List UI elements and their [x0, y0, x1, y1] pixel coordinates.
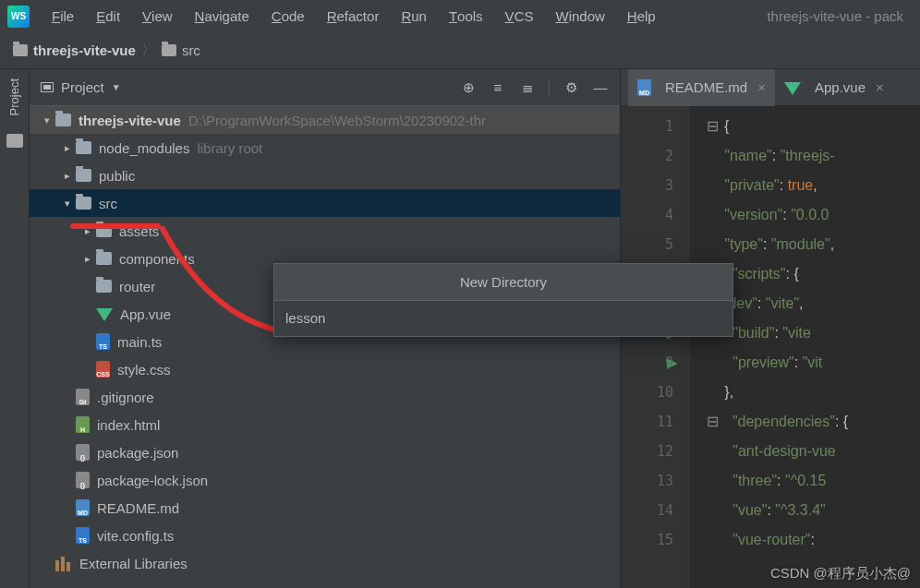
breadcrumb-path[interactable]: src — [162, 42, 200, 58]
folder-icon[interactable] — [6, 134, 23, 148]
menu-tools[interactable]: Tools — [438, 0, 494, 32]
line-number: 5 — [621, 230, 690, 259]
panel-header: Project ▼ ⊕ ≡ ≣ ⚙ — — [30, 69, 620, 106]
line-number: ▶ 9 — [621, 348, 690, 378]
tree-item-external-libraries[interactable]: External Libraries — [30, 549, 620, 577]
expand-icon[interactable]: ▸ — [59, 142, 76, 154]
menu-refactor[interactable]: Refactor — [316, 0, 391, 32]
locate-icon[interactable]: ⊕ — [460, 79, 477, 96]
fold-icon[interactable]: ⊟ — [707, 118, 719, 134]
tree-suffix: library root — [197, 140, 262, 156]
library-icon — [55, 555, 72, 571]
code-line: ⊟{ — [707, 112, 920, 141]
code-line: ⊟ "dependencies": { — [707, 407, 920, 437]
code-line: "vue": "^3.3.4" — [707, 496, 920, 525]
folder-icon — [76, 169, 91, 182]
tree-item-src[interactable]: ▾src — [30, 189, 620, 217]
tab-readme-md[interactable]: MDREADME.md× — [628, 69, 775, 106]
project-tool-tab[interactable]: Project — [7, 78, 21, 115]
expand-icon[interactable]: ▾ — [39, 114, 55, 126]
menu-run[interactable]: Run — [390, 0, 438, 32]
expand-icon[interactable]: ▸ — [79, 253, 96, 265]
line-number: 10 — [621, 378, 690, 407]
tree-item--gitignore[interactable]: GI.gitignore — [30, 383, 620, 411]
code-line: ⊟ "scripts": { — [707, 259, 920, 289]
menu-vcs[interactable]: VCS — [494, 0, 545, 32]
code-content[interactable]: ⊟{ "name": "threejs- "private": true, "v… — [690, 106, 920, 588]
editor-gutter: 123456▶ 8▶ 9101112131415 — [621, 106, 690, 588]
html-icon: H — [76, 416, 90, 433]
menu-code[interactable]: Code — [260, 0, 316, 32]
breadcrumb-project[interactable]: threejs-vite-vue — [13, 42, 136, 58]
menu-edit[interactable]: Edit — [85, 0, 131, 32]
tree-item-readme-md[interactable]: MDREADME.md — [30, 494, 620, 522]
run-gutter-icon[interactable]: ▶ — [667, 354, 678, 371]
tree-item-node-modules[interactable]: ▸node_moduleslibrary root — [30, 134, 620, 162]
dialog-input[interactable]: lesson — [274, 301, 732, 336]
json-icon: {} — [76, 472, 90, 488]
tree-label: index.html — [97, 417, 160, 433]
line-number: 15 — [621, 525, 690, 555]
tab-label: App.vue — [815, 79, 866, 95]
folder-icon — [96, 252, 112, 265]
code-line: "ant-design-vue — [707, 437, 920, 466]
code-line: "version": "0.0.0 — [707, 200, 920, 230]
tree-item-package-lock-json[interactable]: {}package-lock.json — [30, 466, 620, 494]
line-number: 14 — [621, 496, 690, 525]
expand-icon[interactable]: ▸ — [59, 170, 76, 182]
tree-item-index-html[interactable]: Hindex.html — [30, 411, 620, 438]
tree-label: External Libraries — [79, 556, 188, 571]
css-icon: CSS — [96, 361, 110, 378]
code-line: "three": "^0.15 — [707, 466, 920, 496]
folder-icon — [96, 224, 112, 237]
line-number: 2 — [621, 141, 690, 171]
tab-label: README.md — [665, 79, 747, 95]
line-number: 1 — [621, 112, 690, 141]
divider — [549, 78, 550, 97]
project-tree[interactable]: ▾threejs-vite-vueD:\ProgramWorkSpace\Web… — [30, 106, 620, 588]
collapse-all-icon[interactable]: ≣ — [519, 79, 536, 96]
tree-item-style-css[interactable]: CSSstyle.css — [30, 355, 620, 383]
expand-all-icon[interactable]: ≡ — [490, 79, 506, 96]
tree-label: style.css — [117, 362, 171, 378]
chevron-down-icon[interactable]: ▼ — [112, 82, 121, 92]
code-line: "preview": "vit — [707, 348, 920, 378]
json-icon: {} — [76, 444, 90, 461]
dialog-title: New Directory — [274, 264, 732, 301]
fold-icon[interactable]: ⊟ — [707, 414, 719, 429]
menu-bar: WS FileEditViewNavigateCodeRefactorRunTo… — [0, 0, 920, 32]
tree-label: components — [119, 251, 195, 267]
menu-file[interactable]: File — [41, 0, 85, 32]
breadcrumb: threejs-vite-vue 〉 src — [0, 32, 920, 69]
line-number: 12 — [621, 437, 690, 466]
tab-app-vue[interactable]: App.vue× — [775, 69, 893, 106]
watermark: CSDN @程序员小杰@ — [770, 565, 911, 582]
tree-item-public[interactable]: ▸public — [30, 162, 620, 189]
tree-item-package-json[interactable]: {}package.json — [30, 438, 620, 466]
menu-window[interactable]: Window — [544, 0, 615, 32]
hide-icon[interactable]: — — [592, 79, 609, 96]
folder-icon — [13, 44, 28, 56]
tree-item-vite-config-ts[interactable]: TSvite.config.ts — [30, 522, 620, 549]
tree-label: node_modules — [99, 140, 189, 156]
project-view-icon — [41, 82, 54, 92]
directory-name-input: lesson — [285, 310, 325, 326]
tree-label: src — [99, 196, 117, 211]
close-icon[interactable]: × — [757, 79, 766, 95]
menu-help[interactable]: Help — [616, 0, 667, 32]
folder-icon — [162, 44, 176, 56]
folder-icon — [96, 280, 112, 293]
menu-view[interactable]: View — [131, 0, 184, 32]
line-number: 13 — [621, 466, 690, 496]
tree-item-assets[interactable]: ▸assets — [30, 217, 620, 245]
expand-icon[interactable]: ▸ — [79, 225, 96, 237]
tree-item-threejs-vite-vue[interactable]: ▾threejs-vite-vueD:\ProgramWorkSpace\Web… — [30, 106, 620, 134]
gear-icon[interactable]: ⚙ — [563, 79, 579, 96]
ts-icon: TS — [96, 333, 110, 350]
menu-navigate[interactable]: Navigate — [184, 0, 260, 32]
panel-title[interactable]: Project — [61, 79, 104, 95]
code-line: "type": "module", — [707, 230, 920, 259]
expand-icon[interactable]: ▾ — [59, 198, 76, 210]
close-icon[interactable]: × — [876, 79, 884, 95]
ts-icon: TS — [76, 527, 90, 544]
